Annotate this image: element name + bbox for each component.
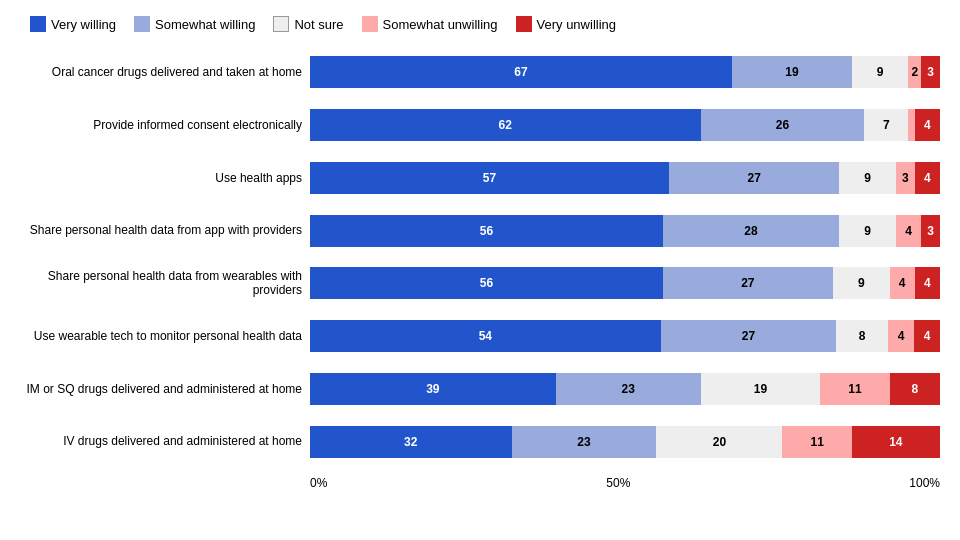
legend-label-very-willing: Very willing (51, 17, 116, 32)
bar-segment-very-unwilling: 4 (915, 109, 940, 141)
legend-swatch-very-willing (30, 16, 46, 32)
bar-label: 56 (480, 276, 493, 290)
bar-area: 5427844 (310, 320, 940, 352)
bar-segment-very-unwilling: 3 (921, 215, 940, 247)
legend-label-very-unwilling: Very unwilling (537, 17, 617, 32)
x-axis: 0%50%100% (20, 472, 940, 490)
bar-segment-very-unwilling: 4 (915, 162, 940, 194)
table-row: Oral cancer drugs delivered and taken at… (20, 51, 940, 93)
bar-label: 7 (883, 118, 890, 132)
bar-segment-somewhat-unwilling: 2 (908, 56, 921, 88)
bar-label: 3 (927, 65, 934, 79)
bar-segment-very-willing: 67 (310, 56, 732, 88)
row-label: Share personal health data from app with… (20, 223, 310, 237)
bar-segment-very-willing: 39 (310, 373, 556, 405)
bar-segment-somewhat-unwilling: 4 (888, 320, 914, 352)
legend-swatch-very-unwilling (516, 16, 532, 32)
chart-legend: Very willingSomewhat willingNot sureSome… (20, 16, 940, 32)
bar-segment-somewhat-willing: 26 (701, 109, 865, 141)
bar-label: 39 (426, 382, 439, 396)
bar-segment-very-willing: 54 (310, 320, 661, 352)
bar-label: 27 (747, 171, 760, 185)
bar-segment-not-sure: 8 (836, 320, 888, 352)
bar-segment-somewhat-unwilling: 4 (896, 215, 921, 247)
bar-label: 9 (858, 276, 865, 290)
bar-label: 28 (744, 224, 757, 238)
bar-segment-very-unwilling: 4 (915, 267, 940, 299)
legend-item-somewhat-willing: Somewhat willing (134, 16, 255, 32)
row-label: Provide informed consent electronically (20, 118, 310, 132)
bar-label: 56 (480, 224, 493, 238)
bar-segment-not-sure: 9 (833, 267, 890, 299)
bar-label: 3 (927, 224, 934, 238)
row-label: Oral cancer drugs delivered and taken at… (20, 65, 310, 79)
bar-label: 9 (877, 65, 884, 79)
legend-label-somewhat-unwilling: Somewhat unwilling (383, 17, 498, 32)
bar-label: 8 (911, 382, 918, 396)
bar-segment-somewhat-willing: 23 (556, 373, 701, 405)
bar-segment-very-unwilling: 8 (890, 373, 940, 405)
bar-segment-not-sure: 9 (839, 162, 896, 194)
bar-segment-very-unwilling: 3 (921, 56, 940, 88)
x-tick-1: 50% (606, 476, 630, 490)
bar-label: 27 (742, 329, 755, 343)
legend-item-somewhat-unwilling: Somewhat unwilling (362, 16, 498, 32)
bar-label: 27 (741, 276, 754, 290)
bar-segment-somewhat-unwilling: 11 (782, 426, 851, 458)
bar-segment-somewhat-willing: 28 (663, 215, 839, 247)
x-tick-2: 100% (909, 476, 940, 490)
bar-label: 14 (889, 435, 902, 449)
legend-item-very-unwilling: Very unwilling (516, 16, 617, 32)
bar-segment-very-unwilling: 14 (852, 426, 940, 458)
bar-segment-very-unwilling: 4 (914, 320, 940, 352)
bar-label: 4 (899, 276, 906, 290)
bar-segment-not-sure: 9 (852, 56, 909, 88)
bar-label: 8 (859, 329, 866, 343)
table-row: Use health apps5727934 (20, 157, 940, 199)
bar-label: 54 (479, 329, 492, 343)
bar-segment-not-sure: 19 (701, 373, 821, 405)
bar-label: 4 (924, 276, 931, 290)
bar-label: 23 (577, 435, 590, 449)
bar-label: 2 (911, 65, 918, 79)
bar-area: 392319118 (310, 373, 940, 405)
bar-segment-somewhat-willing: 27 (669, 162, 839, 194)
bar-label: 32 (404, 435, 417, 449)
row-label: Use wearable tech to monitor personal he… (20, 329, 310, 343)
bar-label: 9 (864, 171, 871, 185)
bar-label: 19 (785, 65, 798, 79)
legend-swatch-somewhat-unwilling (362, 16, 378, 32)
table-row: Use wearable tech to monitor personal he… (20, 315, 940, 357)
chart-rows: Oral cancer drugs delivered and taken at… (20, 46, 940, 468)
bar-segment-very-willing: 56 (310, 267, 663, 299)
bar-label: 4 (924, 118, 931, 132)
bar-area: 3223201114 (310, 426, 940, 458)
table-row: IV drugs delivered and administered at h… (20, 421, 940, 463)
bar-label: 23 (621, 382, 634, 396)
bar-area: 6719923 (310, 56, 940, 88)
row-label: IM or SQ drugs delivered and administere… (20, 382, 310, 396)
bar-label: 11 (848, 382, 861, 396)
table-row: Share personal health data from app with… (20, 210, 940, 252)
bar-segment-somewhat-willing: 23 (512, 426, 657, 458)
table-row: Share personal health data from wearable… (20, 262, 940, 304)
bar-label: 4 (905, 224, 912, 238)
bar-area: 5727934 (310, 162, 940, 194)
legend-item-very-willing: Very willing (30, 16, 116, 32)
x-tick-0: 0% (310, 476, 327, 490)
bar-segment-somewhat-unwilling: 3 (896, 162, 915, 194)
table-row: Provide informed consent electronically6… (20, 104, 940, 146)
table-row: IM or SQ drugs delivered and administere… (20, 368, 940, 410)
bar-label: 4 (924, 329, 931, 343)
row-label: IV drugs delivered and administered at h… (20, 434, 310, 448)
bar-label: 67 (514, 65, 527, 79)
bar-segment-very-willing: 62 (310, 109, 701, 141)
bar-area: 5627944 (310, 267, 940, 299)
bar-label: 20 (713, 435, 726, 449)
legend-label-somewhat-willing: Somewhat willing (155, 17, 255, 32)
legend-swatch-somewhat-willing (134, 16, 150, 32)
chart-container: Very willingSomewhat willingNot sureSome… (0, 0, 960, 540)
row-label: Use health apps (20, 171, 310, 185)
bar-segment-somewhat-willing: 19 (732, 56, 852, 88)
bar-segment-very-willing: 57 (310, 162, 669, 194)
